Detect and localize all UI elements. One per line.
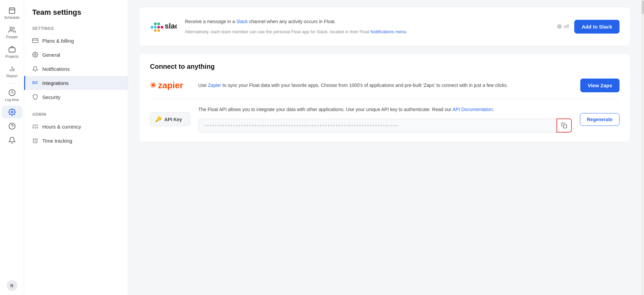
- slack-toggle[interactable]: off: [557, 24, 569, 29]
- nav-people[interactable]: People: [2, 23, 22, 42]
- svg-rect-27: [151, 26, 153, 29]
- add-to-slack-button[interactable]: Add to Slack: [574, 20, 620, 34]
- api-key-field-row: ••••••••••••••••••••••••••••••••••••••••…: [198, 118, 572, 133]
- svg-point-10: [11, 111, 13, 113]
- slack-description: Receive a message in a Slack channel whe…: [185, 18, 549, 35]
- nav-report-label: Report: [6, 74, 17, 78]
- toggle-dot-icon: [557, 24, 562, 29]
- api-docs-link[interactable]: API Documentation: [452, 107, 493, 112]
- view-zaps-button[interactable]: View Zaps: [580, 79, 620, 92]
- api-key-logo-area: 🔑 API Key: [150, 112, 190, 126]
- slack-notifications-link[interactable]: Notifications menu: [370, 29, 406, 34]
- nav-people-label: People: [6, 35, 17, 39]
- main-content: slack Receive a message in a Slack chann…: [128, 0, 641, 295]
- slack-actions: off Add to Slack: [557, 20, 620, 34]
- api-description: The Float API allows you to integrate yo…: [198, 106, 572, 133]
- api-key-field: ••••••••••••••••••••••••••••••••••••••••…: [198, 119, 556, 133]
- slack-sub-text-1: Alternatively, each team member can use …: [185, 29, 370, 34]
- slack-integration-row: slack Receive a message in a Slack chann…: [150, 16, 620, 37]
- zapier-desc-suffix: to sync your Float data with your favori…: [221, 83, 508, 88]
- key-icon: 🔑: [155, 116, 162, 122]
- sidebar-title: Team settings: [24, 8, 128, 23]
- svg-rect-31: [157, 22, 160, 25]
- sidebar-item-general-label: General: [42, 52, 60, 58]
- sidebar-item-integrations[interactable]: Integrations: [24, 76, 128, 90]
- sidebar-item-general[interactable]: General: [24, 48, 128, 62]
- nav-help[interactable]: [2, 120, 22, 133]
- nav-projects[interactable]: Projects: [2, 43, 22, 61]
- nav-projects-label: Projects: [5, 54, 19, 58]
- nav-schedule[interactable]: Schedule: [2, 4, 22, 22]
- sidebar-item-security-label: Security: [42, 94, 60, 100]
- nav-bottom: R: [7, 280, 17, 291]
- zapier-description: Use Zapier to sync your Float data with …: [198, 82, 572, 89]
- svg-rect-30: [154, 29, 157, 32]
- api-key-box: 🔑 API Key: [150, 112, 190, 126]
- api-key-integration-row: 🔑 API Key The Float API allows you to in…: [150, 106, 620, 133]
- sidebar-item-security[interactable]: Security: [24, 90, 128, 104]
- regenerate-button[interactable]: Regenerate: [580, 113, 620, 126]
- sidebar-item-plans-billing-label: Plans & billing: [42, 38, 74, 44]
- zapier-integration-row: ✳ zapier Use Zapier to sync your Float d…: [150, 79, 620, 92]
- nav-log-time[interactable]: Log time: [2, 86, 22, 104]
- svg-rect-13: [33, 39, 38, 43]
- nav-schedule-label: Schedule: [4, 15, 20, 19]
- svg-point-15: [35, 54, 36, 56]
- nav-notifications-icon[interactable]: [2, 134, 22, 147]
- nav-divider: [7, 83, 17, 84]
- sidebar-item-hours-currency-label: Hours & currency: [42, 124, 81, 130]
- svg-rect-34: [161, 26, 163, 29]
- api-desc-suffix: .: [493, 107, 494, 112]
- api-actions: Regenerate: [580, 113, 620, 126]
- svg-rect-0: [9, 8, 15, 13]
- zapier-logo: ✳ zapier: [150, 80, 190, 91]
- right-scrollbar: [641, 0, 644, 295]
- zapier-desc-prefix: Use: [198, 83, 208, 88]
- connect-card: Connect to anything ✳ zapier Use Zapier …: [139, 53, 631, 142]
- icon-nav: Schedule People Projects Report Log time…: [0, 0, 24, 295]
- svg-rect-33: [157, 29, 160, 32]
- nav-log-time-label: Log time: [5, 98, 19, 102]
- sidebar-item-plans-billing[interactable]: Plans & billing: [24, 34, 128, 48]
- svg-rect-29: [154, 22, 157, 25]
- sidebar-item-notifications-label: Notifications: [42, 66, 70, 72]
- zapier-link[interactable]: Zapier: [208, 83, 221, 88]
- sidebar-item-time-tracking-label: Time tracking: [42, 138, 72, 144]
- sidebar-item-notifications[interactable]: Notifications: [24, 62, 128, 76]
- nav-settings[interactable]: [2, 106, 22, 118]
- sidebar: Team settings Settings Plans & billing G…: [24, 0, 128, 295]
- slack-sub-text-2: .: [406, 29, 408, 34]
- slack-logo: slack: [150, 16, 177, 37]
- zapier-logo-text: zapier: [158, 80, 183, 91]
- api-key-copy-button[interactable]: [556, 118, 572, 133]
- svg-rect-36: [563, 125, 567, 128]
- svg-rect-16: [33, 82, 35, 84]
- api-desc-prefix: The Float API allows you to integrate yo…: [198, 107, 452, 112]
- sidebar-item-integrations-label: Integrations: [42, 80, 68, 86]
- user-avatar[interactable]: R: [7, 280, 17, 291]
- slack-card: slack Receive a message in a Slack chann…: [139, 7, 631, 46]
- slack-toggle-label: off: [564, 24, 569, 29]
- svg-text:slack: slack: [165, 22, 177, 30]
- slack-link[interactable]: Slack: [236, 19, 248, 24]
- settings-section-label: Settings: [24, 23, 128, 34]
- svg-rect-5: [9, 48, 15, 52]
- svg-point-4: [10, 27, 12, 30]
- connect-section-title: Connect to anything: [150, 63, 620, 70]
- sidebar-item-time-tracking[interactable]: Time tracking: [24, 134, 128, 148]
- copy-icon: [561, 122, 567, 129]
- slack-desc-end: channel when any activity occurs in Floa…: [248, 19, 336, 24]
- api-key-box-label: API Key: [164, 117, 182, 122]
- admin-section-label: Admin: [24, 109, 128, 119]
- zapier-actions: View Zaps: [580, 79, 620, 92]
- scrollbar-thumb[interactable]: [642, 1, 644, 14]
- svg-rect-28: [154, 26, 157, 29]
- svg-rect-32: [157, 26, 160, 29]
- slack-desc-main: Receive a message in a: [185, 19, 236, 24]
- section-divider: [150, 99, 620, 99]
- nav-report[interactable]: Report: [2, 62, 22, 81]
- sidebar-item-hours-currency[interactable]: Hours & currency: [24, 119, 128, 134]
- zapier-gear-icon: ✳: [150, 81, 156, 90]
